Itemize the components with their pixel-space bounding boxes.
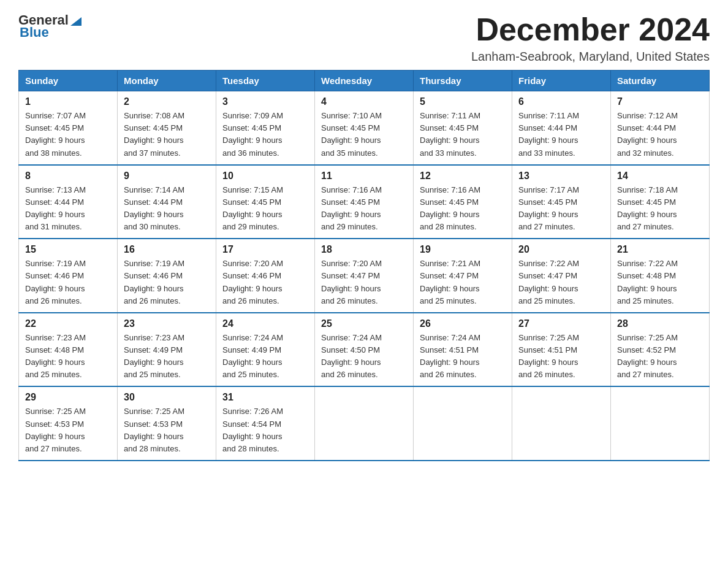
day-number: 3 xyxy=(222,96,308,107)
calendar-cell: 2Sunrise: 7:08 AMSunset: 4:45 PMDaylight… xyxy=(118,91,216,165)
day-number: 9 xyxy=(124,170,210,182)
calendar-cell: 10Sunrise: 7:15 AMSunset: 4:45 PMDayligh… xyxy=(216,165,315,239)
calendar-body: 1Sunrise: 7:07 AMSunset: 4:45 PMDaylight… xyxy=(19,91,710,461)
calendar-cell: 13Sunrise: 7:17 AMSunset: 4:45 PMDayligh… xyxy=(512,165,611,239)
day-info: Sunrise: 7:22 AMSunset: 4:48 PMDaylight:… xyxy=(617,258,703,307)
day-number: 20 xyxy=(518,244,604,255)
day-info: Sunrise: 7:16 AMSunset: 4:45 PMDaylight:… xyxy=(420,184,506,234)
day-info: Sunrise: 7:19 AMSunset: 4:46 PMDaylight:… xyxy=(25,258,111,307)
calendar-cell: 15Sunrise: 7:19 AMSunset: 4:46 PMDayligh… xyxy=(19,239,118,313)
day-number: 8 xyxy=(25,170,111,182)
calendar-cell: 21Sunrise: 7:22 AMSunset: 4:48 PMDayligh… xyxy=(611,239,710,313)
calendar-cell: 28Sunrise: 7:25 AMSunset: 4:52 PMDayligh… xyxy=(611,313,710,387)
calendar-cell: 20Sunrise: 7:22 AMSunset: 4:47 PMDayligh… xyxy=(512,239,611,313)
calendar-header: Sunday Monday Tuesday Wednesday Thursday… xyxy=(19,71,710,91)
day-info: Sunrise: 7:10 AMSunset: 4:45 PMDaylight:… xyxy=(321,110,407,159)
day-number: 5 xyxy=(420,96,506,107)
calendar-cell: 7Sunrise: 7:12 AMSunset: 4:44 PMDaylight… xyxy=(611,91,710,165)
calendar-week-row: 29Sunrise: 7:25 AMSunset: 4:53 PMDayligh… xyxy=(19,386,710,461)
day-number: 15 xyxy=(25,244,111,255)
calendar-cell: 3Sunrise: 7:09 AMSunset: 4:45 PMDaylight… xyxy=(216,91,315,165)
day-number: 12 xyxy=(420,170,506,182)
day-info: Sunrise: 7:24 AMSunset: 4:50 PMDaylight:… xyxy=(321,332,407,381)
calendar-cell: 29Sunrise: 7:25 AMSunset: 4:53 PMDayligh… xyxy=(19,386,118,461)
day-number: 26 xyxy=(420,318,506,329)
day-info: Sunrise: 7:08 AMSunset: 4:45 PMDaylight:… xyxy=(124,110,210,159)
day-info: Sunrise: 7:16 AMSunset: 4:45 PMDaylight:… xyxy=(321,184,407,234)
day-info: Sunrise: 7:18 AMSunset: 4:45 PMDaylight:… xyxy=(617,184,703,234)
location-title: Lanham-Seabrook, Maryland, United States xyxy=(471,50,710,64)
calendar-cell xyxy=(611,386,710,461)
calendar-cell: 14Sunrise: 7:18 AMSunset: 4:45 PMDayligh… xyxy=(611,165,710,239)
day-number: 13 xyxy=(518,170,604,182)
header-friday: Friday xyxy=(512,71,611,91)
day-number: 1 xyxy=(25,96,111,107)
day-number: 10 xyxy=(222,170,308,182)
calendar-cell: 27Sunrise: 7:25 AMSunset: 4:51 PMDayligh… xyxy=(512,313,611,387)
day-info: Sunrise: 7:25 AMSunset: 4:53 PMDaylight:… xyxy=(25,405,111,455)
header-thursday: Thursday xyxy=(414,71,512,91)
day-info: Sunrise: 7:11 AMSunset: 4:45 PMDaylight:… xyxy=(420,110,506,159)
header-sunday: Sunday xyxy=(19,71,118,91)
month-title: December 2024 xyxy=(471,12,710,47)
day-number: 24 xyxy=(222,318,308,329)
day-number: 22 xyxy=(25,318,111,329)
day-number: 23 xyxy=(124,318,210,329)
calendar-cell xyxy=(512,386,611,461)
calendar-table: Sunday Monday Tuesday Wednesday Thursday… xyxy=(18,70,710,461)
calendar-cell: 11Sunrise: 7:16 AMSunset: 4:45 PMDayligh… xyxy=(315,165,414,239)
logo-area: General Blue xyxy=(18,12,83,40)
day-info: Sunrise: 7:07 AMSunset: 4:45 PMDaylight:… xyxy=(25,110,111,159)
calendar-cell: 6Sunrise: 7:11 AMSunset: 4:44 PMDaylight… xyxy=(512,91,611,165)
day-number: 17 xyxy=(222,244,308,255)
day-info: Sunrise: 7:19 AMSunset: 4:46 PMDaylight:… xyxy=(124,258,210,307)
day-number: 2 xyxy=(124,96,210,107)
calendar-cell: 9Sunrise: 7:14 AMSunset: 4:44 PMDaylight… xyxy=(118,165,216,239)
day-info: Sunrise: 7:25 AMSunset: 4:51 PMDaylight:… xyxy=(518,332,604,381)
svg-marker-0 xyxy=(70,17,82,26)
calendar-cell xyxy=(414,386,512,461)
day-number: 21 xyxy=(617,244,703,255)
calendar-cell: 23Sunrise: 7:23 AMSunset: 4:49 PMDayligh… xyxy=(118,313,216,387)
day-number: 30 xyxy=(124,392,210,403)
calendar-cell: 30Sunrise: 7:25 AMSunset: 4:53 PMDayligh… xyxy=(118,386,216,461)
day-number: 18 xyxy=(321,244,407,255)
day-number: 27 xyxy=(518,318,604,329)
calendar-week-row: 1Sunrise: 7:07 AMSunset: 4:45 PMDaylight… xyxy=(19,91,710,165)
calendar-cell: 26Sunrise: 7:24 AMSunset: 4:51 PMDayligh… xyxy=(414,313,512,387)
calendar-cell: 8Sunrise: 7:13 AMSunset: 4:44 PMDaylight… xyxy=(19,165,118,239)
day-number: 19 xyxy=(420,244,506,255)
day-number: 29 xyxy=(25,392,111,403)
day-number: 7 xyxy=(617,96,703,107)
day-number: 4 xyxy=(321,96,407,107)
logo-triangle-icon xyxy=(69,13,83,27)
day-info: Sunrise: 7:20 AMSunset: 4:46 PMDaylight:… xyxy=(222,258,308,307)
day-number: 6 xyxy=(518,96,604,107)
day-info: Sunrise: 7:13 AMSunset: 4:44 PMDaylight:… xyxy=(25,184,111,234)
day-number: 25 xyxy=(321,318,407,329)
day-info: Sunrise: 7:22 AMSunset: 4:47 PMDaylight:… xyxy=(518,258,604,307)
calendar-cell: 1Sunrise: 7:07 AMSunset: 4:45 PMDaylight… xyxy=(19,91,118,165)
logo-blue-text: Blue xyxy=(20,25,49,40)
day-info: Sunrise: 7:09 AMSunset: 4:45 PMDaylight:… xyxy=(222,110,308,159)
calendar-cell: 31Sunrise: 7:26 AMSunset: 4:54 PMDayligh… xyxy=(216,386,315,461)
weekday-header-row: Sunday Monday Tuesday Wednesday Thursday… xyxy=(19,71,710,91)
header-monday: Monday xyxy=(118,71,216,91)
day-info: Sunrise: 7:17 AMSunset: 4:45 PMDaylight:… xyxy=(518,184,604,234)
title-area: December 2024 Lanham-Seabrook, Maryland,… xyxy=(471,12,710,64)
header-wednesday: Wednesday xyxy=(315,71,414,91)
day-info: Sunrise: 7:24 AMSunset: 4:49 PMDaylight:… xyxy=(222,332,308,381)
day-info: Sunrise: 7:23 AMSunset: 4:49 PMDaylight:… xyxy=(124,332,210,381)
day-info: Sunrise: 7:14 AMSunset: 4:44 PMDaylight:… xyxy=(124,184,210,234)
day-info: Sunrise: 7:26 AMSunset: 4:54 PMDaylight:… xyxy=(222,405,308,455)
day-info: Sunrise: 7:12 AMSunset: 4:44 PMDaylight:… xyxy=(617,110,703,159)
day-info: Sunrise: 7:25 AMSunset: 4:52 PMDaylight:… xyxy=(617,332,703,381)
day-number: 11 xyxy=(321,170,407,182)
calendar-cell: 18Sunrise: 7:20 AMSunset: 4:47 PMDayligh… xyxy=(315,239,414,313)
calendar-cell: 17Sunrise: 7:20 AMSunset: 4:46 PMDayligh… xyxy=(216,239,315,313)
calendar-cell: 16Sunrise: 7:19 AMSunset: 4:46 PMDayligh… xyxy=(118,239,216,313)
day-info: Sunrise: 7:24 AMSunset: 4:51 PMDaylight:… xyxy=(420,332,506,381)
calendar-week-row: 8Sunrise: 7:13 AMSunset: 4:44 PMDaylight… xyxy=(19,165,710,239)
calendar-week-row: 22Sunrise: 7:23 AMSunset: 4:48 PMDayligh… xyxy=(19,313,710,387)
calendar-cell: 12Sunrise: 7:16 AMSunset: 4:45 PMDayligh… xyxy=(414,165,512,239)
